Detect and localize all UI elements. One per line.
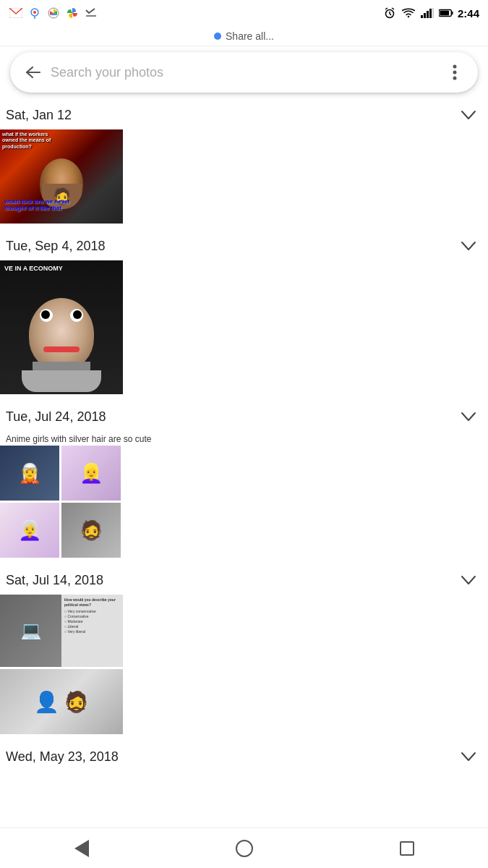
caption-anime: Anime girls with silver hair are so cute xyxy=(0,431,488,446)
photos-tue-sep-4-2018: VE IN A ECONOMY xyxy=(0,260,488,394)
date-label-sat-jul-14-2018: Sat, Jul 14, 2018 xyxy=(6,573,103,588)
svg-rect-18 xyxy=(440,11,449,15)
svg-rect-14 xyxy=(429,9,432,18)
status-bar-left-icons xyxy=(9,6,98,20)
back-triangle-icon xyxy=(74,840,89,857)
nav-back-button[interactable] xyxy=(64,830,100,867)
date-header-tue-jul-24-2018: Tue, Jul 24, 2018 xyxy=(0,400,488,431)
more-options-button[interactable] xyxy=(443,61,466,84)
chevron-sat-jan-12[interactable] xyxy=(461,107,476,124)
photo-marx-small[interactable]: 🧔 xyxy=(61,503,121,558)
chevron-tue-jul-24-2018[interactable] xyxy=(461,409,476,425)
date-label-sat-jan-12: Sat, Jan 12 xyxy=(6,108,72,123)
alarm-icon xyxy=(382,6,397,20)
photos-icon xyxy=(46,6,61,20)
signal-icon xyxy=(420,6,435,20)
photo-anime1[interactable]: 🧝 xyxy=(0,446,59,501)
status-time: 2:44 xyxy=(458,7,479,20)
photo-clownmarx[interactable]: VE IN A ECONOMY xyxy=(0,260,123,394)
bottom-spacer xyxy=(0,777,488,827)
date-header-tue-sep-4-2018: Tue, Sep 4, 2018 xyxy=(0,229,488,260)
date-header-sat-jul-14-2018: Sat, Jul 14, 2018 xyxy=(0,563,488,595)
section-wed-may-23-2018: Wed, May 23, 2018 xyxy=(0,740,488,771)
search-input[interactable]: Search your photos xyxy=(51,65,443,80)
photos-sat-jan-12: what if the workers owned the means of p… xyxy=(0,129,488,224)
svg-rect-13 xyxy=(427,11,429,18)
chevron-tue-sep-4-2018[interactable] xyxy=(461,238,476,255)
nav-home-button[interactable] xyxy=(226,830,262,867)
date-label-tue-sep-4-2018: Tue, Sep 4, 2018 xyxy=(6,239,105,254)
svg-line-8 xyxy=(390,14,391,15)
photo-marxmeme[interactable]: what if the workers owned the means of p… xyxy=(0,129,123,224)
svg-point-22 xyxy=(453,77,457,80)
bottom-nav-bar xyxy=(0,827,488,868)
recents-square-icon xyxy=(400,841,414,856)
back-button[interactable] xyxy=(22,61,45,84)
svg-rect-11 xyxy=(421,15,423,18)
banner-text: Share all... xyxy=(226,30,274,42)
status-bar: 2:44 xyxy=(0,0,488,26)
svg-rect-17 xyxy=(452,12,453,15)
svg-rect-12 xyxy=(424,13,426,18)
svg-line-10 xyxy=(392,8,394,9)
svg-point-21 xyxy=(453,71,457,75)
date-label-tue-jul-24-2018: Tue, Jul 24, 2018 xyxy=(6,409,106,425)
photos-tue-jul-24-2018: 🧝 👱‍♀️ 👩‍🦳 🧔 xyxy=(0,446,488,558)
date-header-sat-jan-12: Sat, Jan 12 xyxy=(0,98,488,129)
date-label-wed-may-23-2018: Wed, May 23, 2018 xyxy=(6,749,119,765)
anime-photo-row-2: 👩‍🦳 🧔 xyxy=(0,503,488,558)
photos-sat-jul-14-2018: 💻 How would you describe your political … xyxy=(0,595,488,734)
status-bar-right-icons: 2:44 xyxy=(382,6,479,20)
gmail-icon xyxy=(9,6,23,20)
section-sat-jan-12: Sat, Jan 12 what if the workers owned th… xyxy=(0,98,488,224)
wifi-icon xyxy=(401,6,416,20)
anime-photo-row-1: 🧝 👱‍♀️ xyxy=(0,446,488,501)
top-banner[interactable]: Share all... xyxy=(0,26,488,46)
svg-point-20 xyxy=(453,65,457,69)
svg-line-9 xyxy=(385,8,388,9)
section-sat-jul-14-2018: Sat, Jul 14, 2018 💻 How would you descri… xyxy=(0,563,488,734)
photo-laptop-quiz[interactable]: 💻 How would you describe your political … xyxy=(0,595,123,667)
date-header-wed-may-23-2018: Wed, May 23, 2018 xyxy=(0,740,488,771)
maps-icon xyxy=(27,6,42,20)
chevron-wed-may-23-2018[interactable] xyxy=(461,749,476,765)
photo-anime3[interactable]: 👩‍🦳 xyxy=(0,503,59,558)
battery-icon xyxy=(439,6,453,20)
search-bar[interactable]: Search your photos xyxy=(10,52,478,93)
section-tue-sep-4-2018: Tue, Sep 4, 2018 VE IN A ECONOMY xyxy=(0,229,488,394)
tasks-icon xyxy=(84,6,98,20)
svg-point-2 xyxy=(33,11,36,14)
section-tue-jul-24-2018: Tue, Jul 24, 2018 Anime girls with silve… xyxy=(0,400,488,558)
home-circle-icon xyxy=(236,840,253,857)
pinwheel-icon xyxy=(65,6,80,20)
banner-dot xyxy=(214,33,221,40)
nav-recents-button[interactable] xyxy=(389,830,425,867)
photo-anime2[interactable]: 👱‍♀️ xyxy=(61,446,121,501)
chevron-sat-jul-14-2018[interactable] xyxy=(461,572,476,589)
svg-rect-15 xyxy=(432,8,434,18)
photo-person-marx[interactable]: 👤 🧔 xyxy=(0,669,123,734)
